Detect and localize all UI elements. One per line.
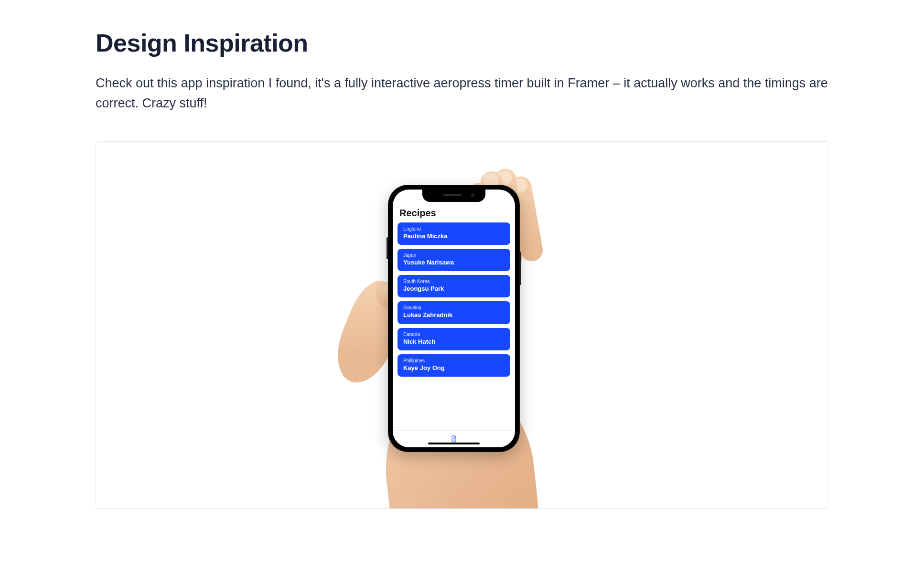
recipe-country: Japan — [403, 253, 505, 258]
phone-notch — [422, 190, 485, 202]
phone-mockup: Recipes EnglandPaulina MiczkaJapanYusuke… — [388, 185, 520, 452]
recipe-card[interactable]: SlovakiaLukas Zahradnik — [398, 301, 510, 324]
recipe-country: South Korea — [403, 279, 505, 284]
recipe-name: Yusuke Narisawa — [403, 259, 505, 266]
recipe-card[interactable]: JapanYusuke Narisawa — [398, 249, 510, 271]
recipe-country: England — [403, 226, 505, 232]
tab-bar — [393, 430, 515, 447]
page-title: Design Inspiration — [96, 29, 828, 57]
recipe-country: Slovakia — [403, 305, 505, 310]
page-description: Check out this app inspiration I found, … — [96, 74, 828, 114]
recipe-list[interactable]: EnglandPaulina MiczkaJapanYusuke Narisaw… — [393, 222, 515, 430]
home-indicator — [428, 443, 480, 444]
recipe-name: Nick Hatch — [403, 338, 505, 346]
recipe-name: Lukas Zahradnik — [403, 311, 505, 319]
recipe-card[interactable]: EnglandPaulina Miczka — [398, 222, 510, 245]
recipe-name: Jeongsu Park — [403, 285, 505, 293]
hand-holding-phone: Recipes EnglandPaulina MiczkaJapanYusuke… — [350, 185, 574, 490]
recipes-app: Recipes EnglandPaulina MiczkaJapanYusuke… — [393, 190, 515, 447]
recipe-card[interactable]: CanadaNick Hatch — [398, 328, 510, 350]
recipe-card[interactable]: PhillipinesKaye Joy Ong — [398, 354, 510, 377]
recipe-country: Canada — [403, 332, 505, 337]
recipe-country: Phillipines — [403, 358, 505, 363]
document-icon[interactable] — [450, 435, 458, 443]
recipe-card[interactable]: South KoreaJeongsu Park — [398, 275, 510, 297]
recipe-name: Kaye Joy Ong — [403, 364, 505, 372]
app-title: Recipes — [393, 206, 515, 222]
recipe-name: Paulina Miczka — [403, 232, 505, 240]
phone-screen[interactable]: Recipes EnglandPaulina MiczkaJapanYusuke… — [393, 190, 515, 447]
embed-frame: Recipes EnglandPaulina MiczkaJapanYusuke… — [96, 141, 828, 509]
